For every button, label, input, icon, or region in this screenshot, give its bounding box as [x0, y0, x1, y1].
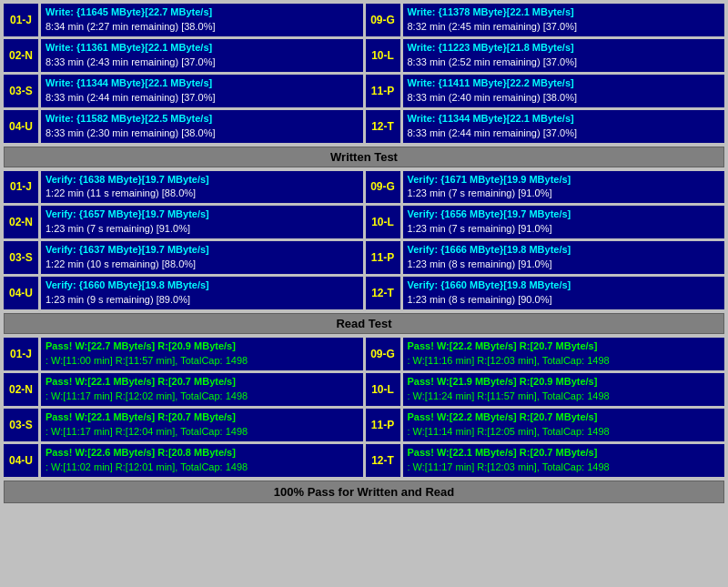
left-data: Pass! W:[22.7 MByte/s] R:[20.9 MByte/s] …: [41, 338, 363, 370]
main-container: 01-J Write: {11645 MByte}[22.7 MByte/s] …: [0, 0, 728, 507]
right-label: 12-T: [366, 110, 400, 143]
table-row: 03-S Write: {11344 MByte}[22.1 MByte/s] …: [4, 75, 724, 107]
left-data: Pass! W:[22.6 MByte/s] R:[20.8 MByte/s] …: [41, 444, 363, 477]
right-data: Write: {11378 MByte}[22.1 MByte/s] 8:32 …: [403, 4, 725, 36]
table-row: 04-U Write: {11582 MByte}[22.5 MByte/s] …: [4, 110, 724, 143]
table-row: 03-S Verify: {1637 MByte}[19.7 MByte/s] …: [4, 241, 724, 274]
table-row: 02-N Verify: {1657 MByte}[19.7 MByte/s] …: [4, 206, 724, 238]
right-data: Write: {11223 MByte}[21.8 MByte/s] 8:33 …: [403, 39, 725, 72]
left-label: 04-U: [4, 444, 38, 477]
read-test-header: Read Test: [4, 313, 724, 334]
footer-bar: 100% Pass for Written and Read: [4, 481, 724, 503]
right-label: 09-G: [366, 171, 400, 204]
right-data: Pass! W:[21.9 MByte/s] R:[20.9 MByte/s] …: [403, 373, 725, 406]
write-section: 01-J Write: {11645 MByte}[22.7 MByte/s] …: [4, 4, 724, 143]
right-label: 10-L: [366, 206, 400, 238]
left-data: Pass! W:[22.1 MByte/s] R:[20.7 MByte/s] …: [41, 373, 363, 406]
right-label: 10-L: [366, 373, 400, 406]
left-data: Write: {11582 MByte}[22.5 MByte/s] 8:33 …: [41, 110, 363, 143]
right-data: Pass! W:[22.1 MByte/s] R:[20.7 MByte/s] …: [403, 444, 725, 477]
table-row: 01-J Write: {11645 MByte}[22.7 MByte/s] …: [4, 4, 724, 36]
right-data: Verify: {1660 MByte}[19.8 MByte/s] 1:23 …: [403, 277, 725, 309]
left-data: Verify: {1660 MByte}[19.8 MByte/s] 1:23 …: [41, 277, 363, 309]
left-label: 02-N: [4, 39, 38, 72]
table-row: 03-S Pass! W:[22.1 MByte/s] R:[20.7 MByt…: [4, 409, 724, 441]
left-label: 01-J: [4, 171, 38, 204]
left-label: 01-J: [4, 338, 38, 370]
pass-section: 01-J Pass! W:[22.7 MByte/s] R:[20.9 MByt…: [4, 338, 724, 477]
table-row: 02-N Pass! W:[22.1 MByte/s] R:[20.7 MByt…: [4, 373, 724, 406]
left-data: Write: {11344 MByte}[22.1 MByte/s] 8:33 …: [41, 75, 363, 107]
right-data: Verify: {1671 MByte}[19.9 MByte/s] 1:23 …: [403, 171, 725, 204]
table-row: 04-U Pass! W:[22.6 MByte/s] R:[20.8 MByt…: [4, 444, 724, 477]
right-data: Pass! W:[22.2 MByte/s] R:[20.7 MByte/s] …: [403, 409, 725, 441]
table-row: 04-U Verify: {1660 MByte}[19.8 MByte/s] …: [4, 277, 724, 309]
right-label: 12-T: [366, 277, 400, 309]
right-label: 09-G: [366, 338, 400, 370]
left-label: 04-U: [4, 110, 38, 143]
left-label: 02-N: [4, 373, 38, 406]
left-label: 03-S: [4, 241, 38, 274]
right-data: Verify: {1656 MByte}[19.7 MByte/s] 1:23 …: [403, 206, 725, 238]
left-label: 03-S: [4, 409, 38, 441]
right-label: 10-L: [366, 39, 400, 72]
right-data: Pass! W:[22.2 MByte/s] R:[20.7 MByte/s] …: [403, 338, 725, 370]
left-label: 03-S: [4, 75, 38, 107]
right-label: 12-T: [366, 444, 400, 477]
right-label: 11-P: [366, 241, 400, 274]
table-row: 02-N Write: {11361 MByte}[22.1 MByte/s] …: [4, 39, 724, 72]
table-row: 01-J Pass! W:[22.7 MByte/s] R:[20.9 MByt…: [4, 338, 724, 370]
table-row: 01-J Verify: {1638 MByte}[19.7 MByte/s] …: [4, 171, 724, 204]
left-data: Verify: {1637 MByte}[19.7 MByte/s] 1:22 …: [41, 241, 363, 274]
right-label: 11-P: [366, 75, 400, 107]
left-label: 02-N: [4, 206, 38, 238]
right-data: Write: {11344 MByte}[22.1 MByte/s] 8:33 …: [403, 110, 725, 143]
left-data: Verify: {1657 MByte}[19.7 MByte/s] 1:23 …: [41, 206, 363, 238]
left-data: Write: {11645 MByte}[22.7 MByte/s] 8:34 …: [41, 4, 363, 36]
right-data: Write: {11411 MByte}[22.2 MByte/s] 8:33 …: [403, 75, 725, 107]
left-label: 01-J: [4, 4, 38, 36]
left-label: 04-U: [4, 277, 38, 309]
right-label: 09-G: [366, 4, 400, 36]
left-data: Write: {11361 MByte}[22.1 MByte/s] 8:33 …: [41, 39, 363, 72]
verify-section: 01-J Verify: {1638 MByte}[19.7 MByte/s] …: [4, 171, 724, 310]
written-test-header: Written Test: [4, 147, 724, 167]
left-data: Pass! W:[22.1 MByte/s] R:[20.7 MByte/s] …: [41, 409, 363, 441]
right-data: Verify: {1666 MByte}[19.8 MByte/s] 1:23 …: [403, 241, 725, 274]
right-label: 11-P: [366, 409, 400, 441]
left-data: Verify: {1638 MByte}[19.7 MByte/s] 1:22 …: [41, 171, 363, 204]
